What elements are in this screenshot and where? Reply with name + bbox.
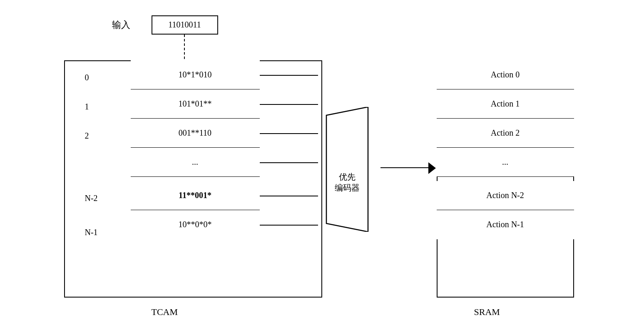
input-label: 输入 (112, 19, 130, 31)
tcam-bottom-label: TCAM (152, 307, 178, 318)
hline-0 (260, 75, 318, 76)
sram-row-0: Action 0 (437, 60, 574, 89)
sram-value-0: Action 0 (491, 70, 520, 79)
encoder-label: 优先编码器 (320, 171, 374, 193)
hline-n2 (260, 196, 318, 196)
tcam-pattern-0: 10*1*010 (179, 70, 212, 79)
tcam-row-1: 101*01** (131, 89, 260, 119)
encoder-arrow-line (380, 167, 430, 168)
tcam-index-2: 2 (85, 131, 89, 141)
tcam-index-1: 1 (85, 102, 89, 112)
sram-row-1: Action 1 (437, 89, 574, 119)
tcam-index-n1: N-1 (85, 228, 98, 237)
tcam-pattern-dots: ... (192, 157, 198, 167)
sram-row-n1: Action N-1 (437, 210, 574, 239)
tcam-index-n2: N-2 (85, 194, 98, 203)
input-value: 11010011 (168, 20, 201, 30)
sram-bottom-label: SRAM (474, 307, 500, 318)
sram-value-dots: ... (502, 157, 508, 167)
diagram-container: 输入 11010011 0 10*1*010 1 101*01** 2 001*… (0, 0, 644, 330)
input-box: 11010011 (152, 15, 218, 35)
encoder-svg (314, 107, 380, 232)
tcam-index-0: 0 (85, 73, 89, 82)
encoder-arrow-head (428, 162, 436, 174)
hline-n1 (260, 225, 318, 226)
tcam-row-0: 10*1*010 (131, 60, 260, 89)
sram-value-2: Action 2 (491, 128, 520, 138)
sram-row-2: Action 2 (437, 119, 574, 148)
sram-value-1: Action 1 (491, 99, 520, 109)
hline-1 (260, 104, 318, 105)
sram-value-n2: Action N-2 (486, 191, 524, 200)
svg-marker-0 (326, 107, 368, 232)
tcam-pattern-1: 101*01** (179, 99, 212, 109)
tcam-row-2: 001**110 (131, 119, 260, 148)
main-area: 输入 11010011 0 10*1*010 1 101*01** 2 001*… (31, 11, 614, 319)
tcam-pattern-n2: 11**001* (179, 191, 211, 200)
hline-2 (260, 133, 318, 134)
tcam-row-n1: 10**0*0* (131, 210, 260, 239)
tcam-row-n2: 11**001* (131, 181, 260, 210)
hline-dots (260, 162, 318, 163)
sram-row-n2: Action N-2 (437, 181, 574, 210)
sram-value-n1: Action N-1 (486, 220, 524, 229)
encoder-label-text: 优先编码器 (335, 172, 360, 192)
tcam-pattern-n1: 10**0*0* (179, 220, 212, 229)
tcam-pattern-2: 001**110 (179, 128, 211, 138)
encoder-area (314, 107, 380, 232)
sram-row-dots: ... (437, 148, 574, 177)
tcam-row-dots: ... (131, 148, 260, 177)
